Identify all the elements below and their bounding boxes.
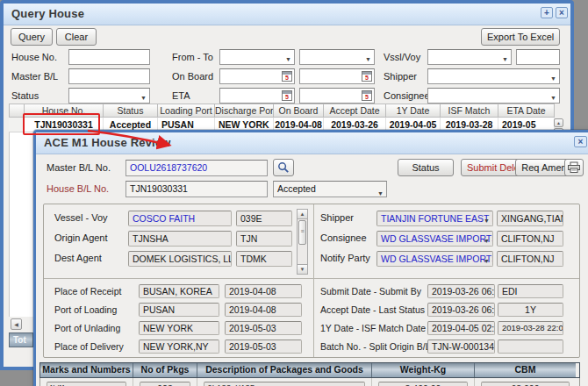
clear-button[interactable]: Clear [56,28,97,46]
house-detail-groupbox: Vessel - Voy COSCO FAITH 039E Origin Age… [43,204,580,358]
dialog-title: ACE M1 House Review [44,136,171,149]
last-status-field[interactable]: 1Y [498,303,563,317]
close-dialog-button[interactable]: × [574,136,587,147]
1y-date-field[interactable]: 2019-04-05 02:25 [427,321,495,335]
maximize-button[interactable]: + [541,7,553,18]
section-scrollbar[interactable]: ▲ ≡ ▼ [297,209,308,275]
eta-to-date-input[interactable]: 5 [299,88,375,104]
place-of-delivery-field[interactable]: NEW YORK,NY [139,340,219,354]
col-marks-numbers: Marks and Numbers [40,363,133,377]
print-button[interactable] [564,159,584,176]
1y-date-label: 1Y Date - ISF Match Date [320,323,426,333]
search-button[interactable] [273,159,294,176]
cargo-row[interactable]: N/M 923 GLASS VASE 8,400.00 68.000 [39,378,580,386]
notify-party-select[interactable]: WD GLASSVASE IMPORTS INC▼ [376,251,493,267]
vessel-field[interactable]: COSCO FAITH [128,211,232,226]
place-of-receipt-field[interactable]: BUSAN, KOREA [139,284,219,298]
chevron-down-icon: ▼ [484,254,490,267]
scroll-down-icon[interactable]: ▼ [298,264,307,274]
notify-city-field[interactable]: CLIFTON,NJ [497,251,563,267]
house-no-input[interactable] [68,49,150,65]
description-field[interactable]: GLASS VASE [204,382,365,386]
status-select[interactable]: ▼ [68,88,150,104]
dialog-house-bl-label: House B/L No. [47,181,109,197]
col-1y-date[interactable]: 1Y Date [386,104,441,118]
on-board-from-date-input[interactable]: 5 [219,68,295,84]
close-window-button[interactable]: × [556,7,568,18]
grid-body-strip [9,132,33,317]
origin-agent-code-field[interactable]: TJN [236,231,292,247]
divider [313,204,314,357]
port-of-unlading-field[interactable]: NEW YORK [139,321,219,335]
split-origin-bl-field[interactable] [498,340,563,354]
query-house-title: Query House [11,7,84,20]
consignee-party-label: Consignee [320,232,367,243]
calendar-icon[interactable]: 5 [362,90,372,101]
status-button[interactable]: Status [398,159,454,176]
desktop: Query House + × Query Clear Export To Ex… [0,0,588,386]
dialog-master-bl-input[interactable]: OOLU2618737620 [125,160,268,176]
from-date-select[interactable]: ▼ [219,49,295,65]
port-of-loading-field[interactable]: PUSAN [139,303,219,317]
house-no-label: House No. [11,49,57,65]
shipper-city-field[interactable]: XINGANG,TIANJIN [497,211,563,226]
consignee-city-field[interactable]: CLIFTON,NJ [497,231,563,247]
eta-label: ETA [172,88,190,104]
calendar-icon[interactable]: 5 [282,71,292,82]
shipper-party-select[interactable]: TIANJIN FORTUNE EAST INT'L▼ [376,211,493,226]
master-bl-input[interactable] [68,68,150,84]
col-discharge-port[interactable]: Discharge Port [215,104,274,118]
dest-agent-label: Dest Agent [54,253,102,263]
col-on-board[interactable]: On Board [274,104,324,118]
calendar-icon[interactable]: 5 [362,71,372,82]
weight-field[interactable]: 8,400.00 [378,382,468,386]
col-weight-kg: Weight-Kg [372,363,475,377]
cbm-field[interactable]: 68.000 [481,382,570,386]
query-button[interactable]: Query [11,28,53,46]
marks-field[interactable]: N/M [47,382,126,386]
dest-agent-code-field[interactable]: TDMK [236,251,292,267]
col-accept-date[interactable]: Accept Date [324,104,386,118]
submit-date-field[interactable]: 2019-03-26 06:29 [427,284,495,298]
loading-date-field[interactable]: 2019-04-08 [225,303,302,317]
receipt-date-field[interactable]: 2019-04-08 [225,284,302,298]
delivery-date-field[interactable]: 2019-05-03 [225,340,302,354]
chevron-down-icon: ▼ [484,234,490,247]
scroll-thumb[interactable]: ≡ [298,220,306,245]
col-status[interactable]: Status [104,104,158,118]
dialog-house-bl-input[interactable]: TJN19030331 [125,181,268,197]
shipper-select[interactable]: ▼ [427,68,560,84]
consignee-select[interactable]: ▼ [427,88,560,104]
notify-party-label: Notify Party [320,253,370,263]
to-date-select[interactable]: ▼ [299,49,375,65]
col-loading-port[interactable]: Loading Port [158,104,215,118]
vessel-voy-label: Vessel - Voy [54,212,108,223]
pkgs-field[interactable]: 923 [140,382,190,386]
batch-no-field[interactable]: TJN-W-000134 [427,340,495,354]
isf-match-date-field[interactable]: 2019-03-28 22:07 [498,321,563,335]
dialog-titlebar: ACE M1 House Review × [36,132,588,154]
calendar-icon[interactable]: 5 [282,90,292,101]
hscroll-left-button[interactable]: ◀ [11,318,22,330]
chevron-down-icon: ▼ [502,53,508,65]
dest-agent-field[interactable]: DOMEK LOGISTICS, LLC [128,251,232,267]
vssl-select[interactable]: ▼ [427,49,512,65]
dialog-master-bl-label: Master B/L No. [47,160,111,175]
eta-from-date-input[interactable]: 5 [219,88,295,104]
col-eta-date[interactable]: ETA Date [498,104,555,118]
submit-by-field[interactable]: EDI [498,284,563,298]
origin-agent-field[interactable]: TJNSHA [128,231,232,247]
on-board-to-date-input[interactable]: 5 [299,68,375,84]
col-description: Description of Packages and Goods [197,363,372,377]
dialog-status-select[interactable]: Accepted▼ [273,181,387,197]
voyage-field[interactable]: 039E [236,211,292,226]
accept-date-field[interactable]: 2019-03-26 06:32 [427,303,495,317]
grid-scroll-up-button[interactable]: ▲ [554,118,563,127]
unlading-date-field[interactable]: 2019-05-03 [225,321,302,335]
voy-input[interactable] [516,49,560,65]
scroll-up-icon[interactable]: ▲ [298,210,307,219]
chevron-down-icon: ▼ [550,91,556,104]
col-isf-match[interactable]: ISF Match [441,104,498,118]
export-to-excel-button[interactable]: Export To Excel [481,28,560,46]
consignee-party-select[interactable]: WD GLASSVASE IMPORTS INC▼ [376,231,493,247]
